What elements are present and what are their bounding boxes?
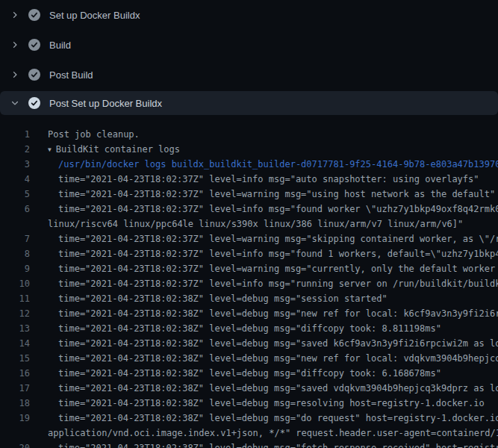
log-line-text: time="2021-04-23T18:02:38Z" level=debug … xyxy=(30,441,498,448)
log-line: 9time="2021-04-23T18:02:37Z" level=warni… xyxy=(0,261,498,276)
log-line-number xyxy=(0,217,30,231)
log-line-number[interactable]: 5 xyxy=(0,187,30,202)
log-line-number[interactable]: 10 xyxy=(0,276,30,291)
log-line-number[interactable]: 13 xyxy=(0,321,30,336)
log-line-text: Post job cleanup. xyxy=(30,127,140,142)
log-line-text: time="2021-04-23T18:02:37Z" level=info m… xyxy=(30,172,479,187)
actions-log-panel: Set up Docker BuildxBuildPost BuildPost … xyxy=(0,0,498,448)
log-line: 16time="2021-04-23T18:02:38Z" level=debu… xyxy=(0,366,498,381)
log-line: 6time="2021-04-23T18:02:37Z" level=info … xyxy=(0,202,498,217)
log-line-text: time="2021-04-23T18:02:38Z" level=debug … xyxy=(30,321,441,336)
log-line-number[interactable]: 2 xyxy=(0,142,30,157)
log-line-text: time="2021-04-23T18:02:37Z" level=info m… xyxy=(30,202,498,217)
log-line-text: time="2021-04-23T18:02:37Z" level=info m… xyxy=(30,246,498,261)
log-line-number[interactable]: 12 xyxy=(0,306,30,321)
log-line: 4time="2021-04-23T18:02:37Z" level=info … xyxy=(0,172,498,187)
step-row-build[interactable]: Build xyxy=(0,30,498,60)
log-line: 14time="2021-04-23T18:02:38Z" level=debu… xyxy=(0,336,498,351)
log-line-text: ▼BuildKit container logs xyxy=(30,142,180,157)
log-line: 20time="2021-04-23T18:02:38Z" level=debu… xyxy=(0,441,498,448)
log-line-text: time="2021-04-23T18:02:37Z" level=warnin… xyxy=(30,231,498,246)
log-line-text: time="2021-04-23T18:02:37Z" level=info m… xyxy=(30,276,498,291)
log-line: 5time="2021-04-23T18:02:37Z" level=warni… xyxy=(0,187,498,202)
log-line-text: time="2021-04-23T18:02:37Z" level=warnin… xyxy=(30,261,498,276)
triangle-down-icon[interactable]: ▼ xyxy=(48,143,52,157)
check-circle-icon xyxy=(28,9,40,21)
step-label: Set up Docker Buildx xyxy=(49,10,140,21)
log-line-number[interactable]: 9 xyxy=(0,261,30,276)
step-list: Set up Docker BuildxBuildPost BuildPost … xyxy=(0,0,498,115)
step-label: Build xyxy=(49,40,71,51)
log-line-number[interactable]: 19 xyxy=(0,411,30,426)
log-line-text: linux/riscv64 linux/ppc64le linux/s390x … xyxy=(30,217,463,231)
log-line-number[interactable]: 17 xyxy=(0,381,30,396)
log-line-number xyxy=(0,426,30,441)
log-line-text: application/vnd.oci.image.index.v1+json,… xyxy=(30,426,498,441)
log-line-number[interactable]: 4 xyxy=(0,172,30,187)
log-line-number[interactable]: 18 xyxy=(0,396,30,411)
log-line: 13time="2021-04-23T18:02:38Z" level=debu… xyxy=(0,321,498,336)
log-line: 2▼BuildKit container logs xyxy=(0,142,498,157)
log-line: 18time="2021-04-23T18:02:38Z" level=debu… xyxy=(0,396,498,411)
log-line-number[interactable]: 8 xyxy=(0,246,30,261)
log-line-text: time="2021-04-23T18:02:38Z" level=debug … xyxy=(30,306,498,321)
chevron-down-icon xyxy=(9,97,21,109)
step-row-set-up-docker-buildx[interactable]: Set up Docker Buildx xyxy=(0,0,498,30)
log-line: application/vnd.oci.image.index.v1+json,… xyxy=(0,426,498,441)
log-line-number[interactable]: 7 xyxy=(0,231,30,246)
log-line-text: time="2021-04-23T18:02:38Z" level=debug … xyxy=(30,366,441,381)
log-line: 1Post job cleanup. xyxy=(0,127,498,142)
log-line: 10time="2021-04-23T18:02:37Z" level=info… xyxy=(0,276,498,291)
log-line-number[interactable]: 6 xyxy=(0,202,30,217)
chevron-right-icon xyxy=(9,9,21,21)
log-line-number[interactable]: 11 xyxy=(0,291,30,306)
log-line-text: time="2021-04-23T18:02:38Z" level=debug … xyxy=(30,381,498,396)
step-label: Post Set up Docker Buildx xyxy=(49,98,162,109)
log-line: 12time="2021-04-23T18:02:38Z" level=debu… xyxy=(0,306,498,321)
log-line-text: time="2021-04-23T18:02:38Z" level=debug … xyxy=(30,396,485,411)
log-output: 1Post job cleanup.2▼BuildKit container l… xyxy=(0,127,498,448)
check-circle-icon xyxy=(28,97,40,109)
log-line-number[interactable]: 15 xyxy=(0,351,30,366)
log-line: 3/usr/bin/docker logs buildx_buildkit_bu… xyxy=(0,157,498,172)
log-line: 11time="2021-04-23T18:02:38Z" level=debu… xyxy=(0,291,498,306)
log-line-number[interactable]: 14 xyxy=(0,336,30,351)
log-line: 15time="2021-04-23T18:02:38Z" level=debu… xyxy=(0,351,498,366)
step-row-post-set-up-docker-buildx[interactable]: Post Set up Docker Buildx xyxy=(0,91,498,115)
log-line-text: time="2021-04-23T18:02:38Z" level=debug … xyxy=(30,336,498,351)
log-command-text: /usr/bin/docker logs buildx_buildkit_bui… xyxy=(30,157,498,172)
log-line: 7time="2021-04-23T18:02:37Z" level=warni… xyxy=(0,231,498,246)
log-line-text: time="2021-04-23T18:02:37Z" level=warnin… xyxy=(30,187,495,202)
step-label: Post Build xyxy=(49,69,93,81)
log-line-text: time="2021-04-23T18:02:38Z" level=debug … xyxy=(30,291,387,306)
log-line-number[interactable]: 20 xyxy=(0,441,30,448)
log-line-number[interactable]: 1 xyxy=(0,127,30,142)
log-line-number[interactable]: 16 xyxy=(0,366,30,381)
check-circle-icon xyxy=(28,39,40,51)
log-line-text: time="2021-04-23T18:02:38Z" level=debug … xyxy=(30,411,498,426)
log-group-label: BuildKit container logs xyxy=(56,144,180,155)
log-line: 19time="2021-04-23T18:02:38Z" level=debu… xyxy=(0,411,498,426)
log-line: 8time="2021-04-23T18:02:37Z" level=info … xyxy=(0,246,498,261)
chevron-right-icon xyxy=(9,69,21,81)
log-line: linux/riscv64 linux/ppc64le linux/s390x … xyxy=(0,217,498,231)
log-line: 17time="2021-04-23T18:02:38Z" level=debu… xyxy=(0,381,498,396)
log-line-number[interactable]: 3 xyxy=(0,157,30,172)
log-line-text: time="2021-04-23T18:02:38Z" level=debug … xyxy=(30,351,498,366)
step-row-post-build[interactable]: Post Build xyxy=(0,60,498,90)
check-circle-icon xyxy=(28,69,40,81)
chevron-right-icon xyxy=(9,39,21,51)
